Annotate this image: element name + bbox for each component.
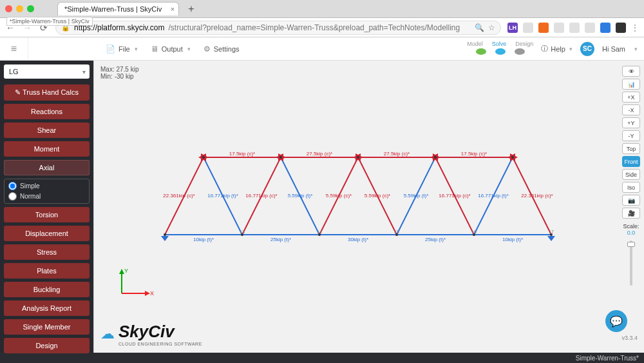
hamburger-button[interactable]: ≡ xyxy=(0,37,28,61)
min-label: Min: -30 kip xyxy=(100,73,138,80)
ext-lh-icon[interactable]: LH xyxy=(507,23,518,33)
ext-icon[interactable] xyxy=(600,23,611,33)
bookmark-star-icon[interactable]: ☆ xyxy=(488,23,495,32)
rail-minus-x[interactable]: -X xyxy=(622,104,640,115)
browser-tab[interactable]: *Simple-Warren-Truss | SkyCiv × xyxy=(57,2,179,15)
force-label: 22.361kip (c)* xyxy=(521,193,553,199)
rail-side[interactable]: Side xyxy=(622,169,640,180)
btn-stress[interactable]: Stress xyxy=(4,244,90,260)
logo-subtext: CLOUD ENGINEERING SOFTWARE xyxy=(118,342,202,346)
gear-icon: ⚙ xyxy=(204,44,211,54)
btn-design[interactable]: Design xyxy=(4,338,90,353)
btn-plates[interactable]: Plates xyxy=(4,263,90,279)
force-label: 5.59kip (c)* xyxy=(326,193,352,199)
mode-model-label[interactable]: Model xyxy=(467,41,483,47)
axial-suboptions: Simple Normal xyxy=(4,179,90,204)
ext-icon[interactable] xyxy=(585,23,595,33)
node-id: 17 xyxy=(549,230,554,234)
svg-marker-43 xyxy=(119,269,124,274)
ext-icon[interactable] xyxy=(554,23,564,33)
mode-design-dot[interactable] xyxy=(515,48,525,55)
btn-reactions[interactable]: Reactions xyxy=(4,104,90,119)
loadgroup-select[interactable]: LG xyxy=(4,64,90,79)
mode-solve-label[interactable]: Solve xyxy=(492,41,507,47)
btn-shear[interactable]: Shear xyxy=(4,123,90,138)
ext-icon[interactable] xyxy=(569,23,580,33)
svg-text:X: X xyxy=(150,290,154,297)
rail-top[interactable]: Top xyxy=(622,143,640,154)
mode-solve-dot[interactable] xyxy=(495,48,506,55)
btn-torsion[interactable]: Torsion xyxy=(4,207,90,222)
btn-axial[interactable]: Axial xyxy=(4,160,90,175)
ext-icon[interactable] xyxy=(538,23,549,33)
btn-single[interactable]: Single Member xyxy=(4,319,90,335)
svg-marker-40 xyxy=(161,236,169,241)
node-id: 13 xyxy=(240,230,245,234)
truss-diagram: 17.5kip (c)* 27.5kip (c)* 27.5kip (c)* 1… xyxy=(152,138,577,254)
tab-close-icon[interactable]: × xyxy=(171,5,175,13)
force-label: 27.5kip (c)* xyxy=(384,151,410,157)
results-sidebar: LG ✎ Truss Hand Calcs Reactions Shear Mo… xyxy=(0,61,93,353)
version-label: v3.3.4 xyxy=(621,335,638,341)
radio-simple[interactable] xyxy=(8,182,17,190)
rail-video-icon[interactable]: 🎥 xyxy=(622,208,640,219)
node-id: 14 xyxy=(317,230,322,234)
rail-plus-x[interactable]: +X xyxy=(622,92,640,103)
help-menu[interactable]: ⓘHelp▾ xyxy=(541,44,573,54)
rail-eye[interactable]: 👁 xyxy=(622,66,640,77)
btn-report[interactable]: Analysis Report xyxy=(4,300,90,316)
force-label: 27.5kip (c)* xyxy=(307,151,332,157)
rail-minus-y[interactable]: -Y xyxy=(622,130,640,141)
rail-front[interactable]: Front xyxy=(622,156,640,167)
scale-slider[interactable] xyxy=(630,240,632,286)
opt-normal[interactable]: Normal xyxy=(8,192,85,201)
svg-point-36 xyxy=(279,156,282,159)
svg-marker-45 xyxy=(145,291,150,296)
force-label: 30kip (t)* xyxy=(348,237,368,242)
menu-file[interactable]: 📄File▾ xyxy=(106,44,138,54)
viewport[interactable]: Max: 27.5 kip Min: -30 kip xyxy=(93,61,644,353)
rail-iso[interactable]: Iso xyxy=(622,182,640,193)
force-label: 10kip (t)* xyxy=(502,237,523,242)
new-tab-button[interactable]: + xyxy=(188,3,194,15)
menu-output[interactable]: 🖥Output▾ xyxy=(151,44,191,54)
chat-fab[interactable]: 💬 xyxy=(605,310,627,332)
macos-titlebar: *Simple-Warren-Truss | SkyCiv × + xyxy=(0,0,644,18)
pinned-tab-hint: *Simple-Warren-Truss | SkyCiv xyxy=(6,17,93,26)
btn-buckling[interactable]: Buckling xyxy=(4,282,90,297)
window-close-dot[interactable] xyxy=(5,5,12,12)
ext-icon[interactable] xyxy=(523,23,533,33)
svg-point-39 xyxy=(511,156,514,159)
mode-model-dot[interactable] xyxy=(476,48,486,55)
btn-moment[interactable]: Moment xyxy=(4,141,90,157)
app-toolbar: ≡ 📄File▾ 🖥Output▾ ⚙Settings Model Solve … xyxy=(0,37,644,61)
force-label: 16.771kip (t)* xyxy=(207,193,238,199)
browser-menu-icon[interactable]: ⋮ xyxy=(631,23,639,32)
menu-settings[interactable]: ⚙Settings xyxy=(204,44,240,54)
force-label: 5.59kip (t)* xyxy=(288,193,313,199)
mode-design-label[interactable]: Design xyxy=(515,41,533,47)
ext-icon[interactable] xyxy=(616,23,626,33)
force-label: 10kip (t)* xyxy=(193,237,214,242)
status-bar: Simple-Warren-Truss* xyxy=(0,353,644,363)
user-avatar[interactable]: SC xyxy=(580,42,594,56)
logo-text: SkyCiv xyxy=(118,322,202,342)
omnibox-search-icon[interactable]: 🔍 xyxy=(475,23,484,32)
url-field[interactable]: 🔒 https://platform.skyciv.com/structural… xyxy=(55,21,501,35)
force-label: 25kip (t)* xyxy=(270,237,291,242)
btn-hand-calcs[interactable]: ✎ Truss Hand Calcs xyxy=(4,84,90,101)
radio-normal[interactable] xyxy=(8,192,17,201)
force-label: 5.59kip (c)* xyxy=(365,193,390,199)
rail-chart-icon[interactable]: 📊 xyxy=(622,79,640,90)
svg-point-37 xyxy=(357,156,359,159)
cloud-icon: ☁ xyxy=(100,326,115,342)
slider-knob[interactable] xyxy=(627,242,635,247)
rail-plus-y[interactable]: +Y xyxy=(622,117,640,128)
btn-displacement[interactable]: Displacement xyxy=(4,226,90,241)
force-label: 22.361kip (c)* xyxy=(163,193,194,199)
window-max-dot[interactable] xyxy=(27,5,34,12)
rail-camera-icon[interactable]: 📷 xyxy=(622,195,640,206)
force-label: 16.771kip (t)* xyxy=(478,193,509,199)
window-min-dot[interactable] xyxy=(16,5,23,12)
opt-simple[interactable]: Simple xyxy=(8,182,85,190)
